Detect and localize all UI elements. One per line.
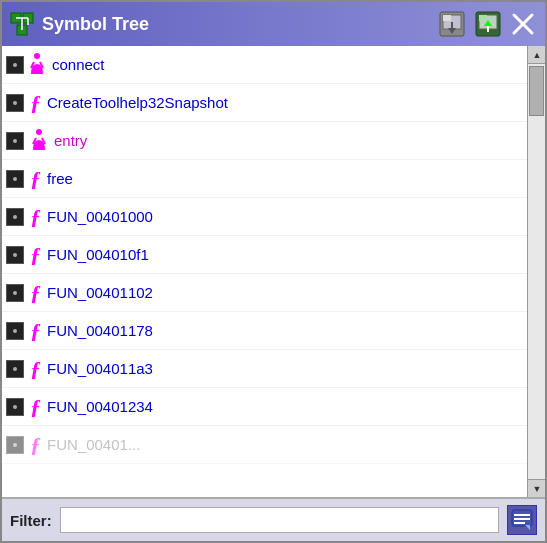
item-label: connect	[52, 56, 105, 73]
square-icon	[6, 398, 24, 416]
list-item[interactable]: ƒ FUN_004011a3	[2, 350, 527, 388]
square-icon	[6, 360, 24, 378]
func-icon: ƒ	[28, 92, 41, 114]
item-label: free	[47, 170, 73, 187]
list-scroll[interactable]: connect ƒ CreateToolhelp32Snapshot	[2, 46, 527, 497]
square-icon	[6, 322, 24, 340]
svg-point-22	[36, 129, 42, 135]
func-icon: ƒ	[28, 206, 41, 228]
scroll-down-button[interactable]: ▼	[528, 479, 545, 497]
square-dot	[13, 443, 17, 447]
item-label: FUN_00401102	[47, 284, 153, 301]
list-item[interactable]: ƒ FUN_00401102	[2, 274, 527, 312]
item-icons: ƒ	[6, 92, 41, 114]
func-icon: ƒ	[28, 434, 41, 456]
content-area: connect ƒ CreateToolhelp32Snapshot	[2, 46, 545, 497]
square-icon	[6, 246, 24, 264]
item-label: FUN_00401...	[47, 436, 140, 453]
item-label: FUN_00401178	[47, 322, 153, 339]
func-icon: ƒ	[28, 396, 41, 418]
close-button[interactable]	[509, 10, 537, 38]
square-icon	[6, 132, 24, 150]
square-icon	[6, 94, 24, 112]
item-icons: ƒ	[6, 168, 41, 190]
item-label: FUN_00401000	[47, 208, 153, 225]
square-dot	[13, 101, 17, 105]
item-label: FUN_004011a3	[47, 360, 153, 377]
item-icons: ƒ	[6, 244, 41, 266]
square-dot	[13, 215, 17, 219]
func-icon	[28, 52, 46, 77]
square-icon	[6, 436, 24, 454]
scroll-up-button[interactable]: ▲	[528, 46, 545, 64]
list-item[interactable]: connect	[2, 46, 527, 84]
square-dot	[13, 367, 17, 371]
item-icons	[6, 52, 46, 77]
func-icon: ƒ	[28, 244, 41, 266]
square-icon	[6, 284, 24, 302]
list-item[interactable]: ƒ CreateToolhelp32Snapshot	[2, 84, 527, 122]
item-label: CreateToolhelp32Snapshot	[47, 94, 228, 111]
list-item[interactable]: ƒ FUN_00401000	[2, 198, 527, 236]
square-dot	[13, 139, 17, 143]
item-icons: ƒ	[6, 358, 41, 380]
svg-point-19	[34, 53, 40, 59]
svg-rect-11	[443, 15, 451, 21]
item-label: FUN_004010f1	[47, 246, 149, 263]
list-item[interactable]: ƒ FUN_00401...	[2, 426, 527, 464]
square-dot	[13, 177, 17, 181]
filter-apply-button[interactable]	[507, 505, 537, 535]
svg-rect-16	[479, 15, 487, 21]
symbol-tree-window: Symbol Tree	[0, 0, 547, 543]
item-icons	[6, 128, 48, 154]
filter-input[interactable]	[60, 507, 499, 533]
list-item[interactable]: entry	[2, 122, 527, 160]
square-icon	[6, 56, 24, 74]
item-label: entry	[54, 132, 87, 149]
square-dot	[13, 405, 17, 409]
import-button[interactable]	[473, 9, 503, 39]
list-item[interactable]: ƒ FUN_004010f1	[2, 236, 527, 274]
export-button[interactable]	[437, 9, 467, 39]
scroll-track[interactable]	[528, 64, 545, 479]
title-bar: Symbol Tree	[2, 2, 545, 46]
window-title: Symbol Tree	[42, 14, 429, 35]
list-item[interactable]: ƒ FUN_00401178	[2, 312, 527, 350]
title-buttons	[437, 9, 537, 39]
square-dot	[13, 253, 17, 257]
func-icon: ƒ	[28, 282, 41, 304]
filter-label: Filter:	[10, 512, 52, 529]
filter-bar: Filter:	[2, 497, 545, 541]
item-icons: ƒ	[6, 206, 41, 228]
item-label: FUN_00401234	[47, 398, 153, 415]
func-icon: ƒ	[28, 320, 41, 342]
square-dot	[13, 63, 17, 67]
window-icon	[10, 12, 34, 36]
item-icons: ƒ	[6, 434, 41, 456]
item-icons: ƒ	[6, 396, 41, 418]
list-container: connect ƒ CreateToolhelp32Snapshot	[2, 46, 527, 497]
list-item[interactable]: ƒ FUN_00401234	[2, 388, 527, 426]
item-icons: ƒ	[6, 320, 41, 342]
scrollbar[interactable]: ▲ ▼	[527, 46, 545, 497]
func-icon: ƒ	[28, 358, 41, 380]
square-dot	[13, 291, 17, 295]
func-icon	[28, 128, 48, 154]
func-icon: ƒ	[28, 168, 41, 190]
square-dot	[13, 329, 17, 333]
list-item[interactable]: ƒ free	[2, 160, 527, 198]
square-icon	[6, 208, 24, 226]
square-icon	[6, 170, 24, 188]
svg-marker-29	[525, 525, 530, 530]
scroll-thumb[interactable]	[529, 66, 544, 116]
item-icons: ƒ	[6, 282, 41, 304]
